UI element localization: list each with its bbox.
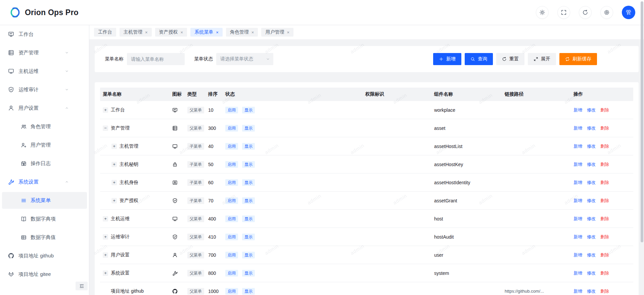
row-add-link[interactable]: 新增: [573, 161, 582, 167]
tab-close-icon[interactable]: ×: [287, 30, 289, 35]
menu-name-text: 主机管理: [120, 143, 138, 149]
row-delete-link[interactable]: 删除: [600, 270, 609, 276]
collapse-row-button[interactable]: −: [103, 126, 108, 131]
menu-name-cell: +工作台: [100, 107, 170, 113]
tab-close-icon[interactable]: ×: [251, 30, 254, 35]
row-delete-link[interactable]: 删除: [600, 180, 609, 186]
theme-toggle-button[interactable]: [536, 6, 549, 19]
tab-主机管理[interactable]: 主机管理×: [120, 28, 152, 37]
row-edit-link[interactable]: 修改: [587, 143, 596, 149]
row-delete-link[interactable]: 删除: [600, 252, 609, 258]
row-edit-link[interactable]: 修改: [587, 198, 596, 204]
tab-close-icon[interactable]: ×: [216, 30, 219, 35]
tab-资产授权[interactable]: 资产授权×: [155, 28, 187, 37]
sidebar-item-system-menu[interactable]: 系统菜单: [2, 192, 87, 209]
row-delete-link[interactable]: 删除: [600, 198, 609, 204]
row-delete-link[interactable]: 删除: [600, 125, 609, 131]
row-edit-link[interactable]: 修改: [587, 234, 596, 240]
row-add-link[interactable]: 新增: [573, 125, 582, 131]
menu-name-text: 用户设置: [111, 252, 130, 258]
row-edit-link[interactable]: 修改: [587, 216, 596, 222]
component-cell: assetHostList: [431, 144, 502, 149]
row-edit-link[interactable]: 修改: [587, 125, 596, 131]
sidebar-item-user-settings[interactable]: 用户设置: [2, 100, 87, 116]
tab-角色管理[interactable]: 角色管理×: [226, 28, 258, 37]
row-edit-link[interactable]: 修改: [587, 288, 596, 294]
expand-row-button[interactable]: +: [111, 180, 117, 185]
menu-type-cell: 子菜单: [185, 143, 205, 150]
sidebar-item-dict-item[interactable]: 数据字典项: [2, 210, 87, 227]
status-visible-tag: 显示: [242, 161, 255, 168]
page-content: 菜单名称 菜单状态 请选择菜单状态 新增查询重置展开刷新缓存 菜单名称图标类型排…: [89, 39, 644, 295]
expand-row-button[interactable]: +: [103, 252, 108, 258]
row-edit-link[interactable]: 修改: [587, 161, 596, 167]
row-add-link[interactable]: 新增: [573, 252, 582, 258]
expand-row-button[interactable]: +: [103, 271, 108, 276]
sidebar-item-project-gitee[interactable]: 项目地址 gitee: [2, 266, 87, 283]
fullscreen-button[interactable]: [557, 6, 570, 19]
expand-row-button[interactable]: +: [111, 162, 117, 167]
sidebar-item-host-ops[interactable]: 主机运维: [2, 63, 87, 80]
tab-close-icon[interactable]: ×: [145, 30, 148, 35]
sidebar-item-project-github[interactable]: 项目地址 github: [2, 247, 87, 264]
row-delete-link[interactable]: 删除: [600, 288, 609, 294]
chevron-down-icon: [266, 57, 270, 61]
status-cell: 启用显示: [223, 215, 363, 222]
sidebar-item-asset-management[interactable]: 资产管理: [2, 44, 87, 61]
sidebar-item-role-management[interactable]: 角色管理: [2, 118, 87, 135]
sidebar-item-workbench[interactable]: 工作台: [2, 26, 87, 43]
tab-用户管理[interactable]: 用户管理×: [261, 28, 293, 37]
expand-row-button[interactable]: +: [103, 107, 108, 113]
add-button[interactable]: 新增: [433, 53, 461, 65]
expand-row-button[interactable]: +: [103, 234, 108, 240]
tab-系统菜单[interactable]: 系统菜单×: [190, 28, 223, 37]
row-add-link[interactable]: 新增: [573, 107, 582, 113]
sidebar-item-dict-value[interactable]: 数据字典值: [2, 229, 87, 246]
status-enabled-tag: 启用: [225, 215, 238, 222]
sidebar-item-ops-audit[interactable]: 运维审计: [2, 81, 87, 98]
expand-row-button[interactable]: +: [111, 144, 117, 149]
row-add-link[interactable]: 新增: [573, 288, 582, 294]
row-edit-link[interactable]: 修改: [587, 107, 596, 113]
row-edit-link[interactable]: 修改: [587, 270, 596, 276]
row-actions: 新增修改删除: [571, 216, 633, 222]
row-delete-link[interactable]: 删除: [600, 143, 609, 149]
row-add-link[interactable]: 新增: [573, 216, 582, 222]
row-add-link[interactable]: 新增: [573, 270, 582, 276]
refresh-cache-button[interactable]: 刷新缓存: [559, 53, 597, 65]
row-add-link[interactable]: 新增: [573, 143, 582, 149]
expand-row-button[interactable]: +: [111, 198, 117, 203]
row-add-link[interactable]: 新增: [573, 198, 582, 204]
row-delete-link[interactable]: 删除: [600, 161, 609, 167]
sidebar-item-operation-log[interactable]: 操作日志: [2, 155, 87, 172]
refresh-button[interactable]: [579, 6, 592, 19]
user-avatar[interactable]: 管: [622, 6, 635, 19]
sort-cell: 50: [205, 162, 223, 167]
row-add-link[interactable]: 新增: [573, 234, 582, 240]
scrollbar-thumb[interactable]: [641, 1, 643, 242]
expand-row-button[interactable]: +: [103, 216, 108, 222]
sidebar-item-user-management[interactable]: 用户管理: [2, 137, 87, 153]
sidebar-collapse-button[interactable]: [76, 282, 88, 290]
menu-name-input[interactable]: [127, 53, 185, 65]
row-edit-link[interactable]: 修改: [587, 252, 596, 258]
row-edit-link[interactable]: 修改: [587, 180, 596, 186]
expand-all-button[interactable]: 展开: [528, 53, 556, 65]
refresh-icon: [582, 9, 588, 15]
row-delete-link[interactable]: 删除: [600, 234, 609, 240]
menu-icon-cell: [170, 198, 185, 203]
row-add-link[interactable]: 新增: [573, 180, 582, 186]
row-delete-link[interactable]: 删除: [600, 107, 609, 113]
menu-status-select[interactable]: 请选择菜单状态: [216, 53, 273, 65]
type-tag: 子菜单: [187, 143, 204, 150]
reset-button[interactable]: 重置: [496, 53, 524, 65]
row-actions: 新增修改删除: [571, 234, 633, 240]
settings-button[interactable]: [600, 6, 613, 19]
search-icon: [470, 57, 475, 61]
chevron-up-icon: [65, 180, 69, 184]
tab-工作台[interactable]: 工作台: [94, 28, 116, 37]
sidebar-item-system-settings[interactable]: 系统设置: [2, 174, 87, 190]
row-delete-link[interactable]: 删除: [600, 216, 609, 222]
query-button[interactable]: 查询: [465, 53, 493, 65]
tab-close-icon[interactable]: ×: [181, 30, 183, 35]
